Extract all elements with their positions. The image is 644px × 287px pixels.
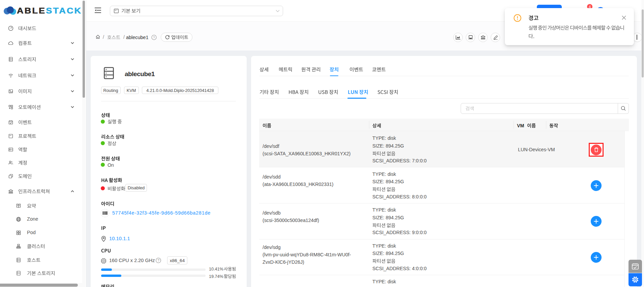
svg-text:?: ?	[153, 35, 155, 39]
svg-text:?: ?	[157, 259, 159, 262]
